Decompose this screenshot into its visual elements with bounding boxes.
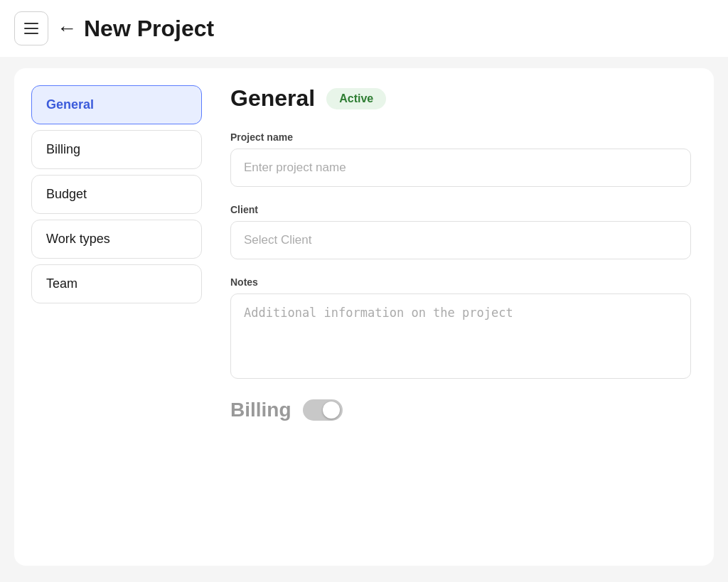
menu-button[interactable] bbox=[14, 11, 48, 45]
billing-toggle[interactable] bbox=[303, 399, 343, 421]
menu-icon-line1 bbox=[24, 23, 38, 24]
status-badge: Active bbox=[326, 88, 386, 109]
project-name-group: Project name bbox=[230, 131, 691, 187]
menu-icon-line2 bbox=[24, 28, 38, 29]
notes-group: Notes bbox=[230, 276, 691, 382]
sidebar-item-billing[interactable]: Billing bbox=[31, 130, 202, 169]
project-name-label: Project name bbox=[230, 131, 691, 143]
form-area: General Active Project name Client Notes… bbox=[225, 85, 697, 549]
billing-section: Billing bbox=[230, 399, 691, 421]
sidebar: General Billing Budget Work types Team bbox=[31, 85, 202, 549]
menu-icon-line3 bbox=[24, 33, 38, 34]
client-group: Client bbox=[230, 204, 691, 259]
sidebar-item-budget[interactable]: Budget bbox=[31, 175, 202, 214]
project-name-input[interactable] bbox=[230, 149, 691, 187]
client-label: Client bbox=[230, 204, 691, 215]
sidebar-item-work-types[interactable]: Work types bbox=[31, 220, 202, 259]
sidebar-item-general[interactable]: General bbox=[31, 85, 202, 124]
toggle-knob bbox=[323, 402, 340, 419]
notes-textarea[interactable] bbox=[230, 293, 691, 379]
form-header: General Active bbox=[230, 85, 691, 112]
form-section-title: General bbox=[230, 85, 315, 112]
page-title: ← New Project bbox=[57, 16, 214, 42]
sidebar-item-team[interactable]: Team bbox=[31, 264, 202, 303]
notes-label: Notes bbox=[230, 276, 691, 288]
main-content: General Billing Budget Work types Team G… bbox=[14, 68, 714, 566]
back-arrow-icon[interactable]: ← bbox=[57, 17, 77, 40]
billing-label: Billing bbox=[230, 399, 291, 421]
page-title-text: New Project bbox=[84, 16, 214, 42]
header: ← New Project bbox=[0, 0, 728, 57]
client-input[interactable] bbox=[230, 221, 691, 259]
